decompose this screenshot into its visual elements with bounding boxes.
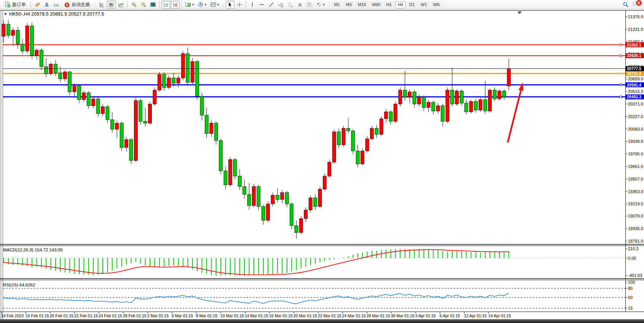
notifications-button[interactable]: 1 (633, 1, 640, 8)
svg-text:21375.0: 21375.0 (628, 14, 643, 19)
fibonacci-button[interactable]: F (286, 1, 295, 9)
toolbar-separator (246, 1, 246, 8)
svg-text:A: A (298, 2, 302, 8)
text-label-icon: T (306, 2, 312, 8)
horizontal-line-button[interactable] (258, 1, 266, 9)
svg-text:20721.8: 20721.8 (627, 71, 641, 76)
svg-text:20591.4: 20591.4 (627, 83, 641, 87)
signals-button[interactable] (52, 1, 61, 9)
candles-icon (108, 2, 115, 8)
crosshair-button[interactable] (235, 1, 244, 9)
autotrading-button[interactable]: 自动交易 (61, 1, 92, 9)
trendline-button[interactable] (267, 1, 276, 9)
svg-text:20452.3: 20452.3 (627, 94, 641, 99)
cursor-button[interactable] (226, 1, 234, 9)
periods-button[interactable]: ▼ (196, 1, 208, 9)
svg-text:▼: ▼ (4, 12, 7, 16)
new-order-label: 新订单 (12, 2, 26, 8)
svg-text:MACD(12,26,9) 154.72 143.05: MACD(12,26,9) 154.72 143.05 (3, 248, 63, 252)
timeframe-m5[interactable]: M5 (343, 1, 354, 8)
toolbar-grip (328, 1, 330, 8)
svg-text:22 Feb 01:15: 22 Feb 01:15 (74, 313, 98, 318)
svg-text:3 Apr 01:15: 3 Apr 01:15 (415, 313, 436, 318)
svg-text:19363.0: 19363.0 (628, 189, 643, 194)
timeframe-h4[interactable]: H4 (395, 1, 406, 8)
candlestick-button[interactable] (107, 1, 116, 9)
window-bottom-edge (0, 319, 644, 323)
svg-text:12 Apr 01:15: 12 Apr 01:15 (464, 313, 487, 318)
channel-button[interactable]: E (277, 1, 285, 9)
svg-text:19939.0: 19939.0 (628, 139, 643, 144)
notification-badge: 1 (636, 0, 642, 6)
svg-text:80: 80 (628, 286, 633, 291)
trendline-icon (268, 2, 274, 8)
toolbar-separator (159, 1, 159, 8)
svg-text:30 Mar 01:15: 30 Mar 01:15 (391, 313, 414, 318)
svg-text:2 Mar 01:15: 2 Mar 01:15 (147, 313, 169, 318)
line-chart-icon (118, 2, 124, 8)
bar-chart-icon (99, 2, 105, 8)
svg-text:15: 15 (628, 306, 633, 310)
timeframe-d1[interactable]: D1 (406, 1, 417, 8)
zoom-in-button[interactable] (129, 1, 138, 9)
chevron-down-icon: ▼ (217, 3, 220, 6)
vline-icon (249, 2, 255, 8)
svg-text:6 Apr 01:15: 6 Apr 01:15 (440, 313, 460, 318)
vertical-line-button[interactable] (248, 1, 257, 9)
timeframe-w1[interactable]: W1 (418, 1, 430, 8)
text-button[interactable]: A (296, 1, 304, 9)
svg-text:20 Feb 01:15: 20 Feb 01:15 (50, 313, 73, 318)
svg-text:19651.0: 19651.0 (628, 164, 643, 169)
timeframe-m1[interactable]: M1 (332, 1, 343, 8)
svg-text:20083.0: 20083.0 (628, 127, 643, 131)
svg-text:18935.0: 18935.0 (628, 226, 643, 231)
styler-button[interactable] (33, 1, 41, 9)
svg-text:18791.0: 18791.0 (628, 239, 643, 243)
svg-text:22 Mar 01:15: 22 Mar 01:15 (318, 313, 341, 318)
toolbar-right: 1 (621, 1, 642, 9)
timeframe-group: M1M5M15M30H1H4D1W1MN (331, 1, 443, 8)
svg-text:21231.0: 21231.0 (628, 27, 643, 32)
templates-button[interactable]: ▼ (209, 1, 221, 9)
auto-scroll-button[interactable] (161, 1, 170, 9)
chart-area[interactable]: 21375.021231.021087.020943.020799.020659… (0, 0, 644, 323)
indicators-button[interactable]: ▼ (184, 1, 196, 9)
svg-text:20515.0: 20515.0 (628, 89, 643, 94)
timeframe-m15[interactable]: M15 (355, 1, 368, 8)
clock-icon (198, 2, 204, 8)
pencil-icon (34, 2, 40, 8)
tile-windows-button[interactable] (148, 1, 157, 9)
line-chart-button[interactable] (116, 1, 125, 9)
search-icon (623, 2, 629, 8)
autotrading-icon (64, 2, 70, 8)
svg-text:HK50-,H4 20576.5 20891.5 2052: HK50-,H4 20576.5 20891.5 20527.5 20777.5 (9, 11, 104, 17)
svg-text:24 Mar 01:15: 24 Mar 01:15 (342, 313, 366, 318)
svg-text:F: F (292, 5, 293, 8)
arrows-icon (316, 2, 322, 8)
search-button[interactable] (621, 1, 630, 9)
tiles-icon (150, 2, 156, 8)
chart-shift-button[interactable] (171, 1, 180, 9)
new-order-button[interactable]: 新订单 (2, 1, 29, 9)
svg-text:T: T (308, 3, 311, 7)
svg-text:14 Mar 01:15: 14 Mar 01:15 (245, 313, 268, 318)
bar-chart-button[interactable] (97, 1, 106, 9)
toolbar-grip (94, 1, 96, 8)
zoom-out-button[interactable] (139, 1, 148, 9)
timeframe-h1[interactable]: H1 (384, 1, 394, 8)
template-icon (210, 2, 216, 8)
community-button[interactable] (42, 1, 51, 9)
text-label-button[interactable]: T (305, 1, 314, 9)
zoom-out-icon (140, 2, 147, 8)
timeframe-mn[interactable]: MN (430, 1, 442, 8)
svg-text:19795.0: 19795.0 (628, 152, 643, 156)
indicator-add-icon (185, 2, 191, 8)
svg-text:19079.0: 19079.0 (628, 214, 643, 218)
svg-text:20227.0: 20227.0 (628, 114, 643, 119)
svg-text:19507.0: 19507.0 (628, 177, 643, 181)
arrows-button[interactable]: ▼ (315, 1, 327, 9)
crosshair-icon (236, 2, 242, 8)
svg-text:-401.53: -401.53 (628, 273, 642, 278)
timeframe-m30[interactable]: M30 (370, 1, 383, 8)
chart-shift-icon (172, 2, 179, 8)
